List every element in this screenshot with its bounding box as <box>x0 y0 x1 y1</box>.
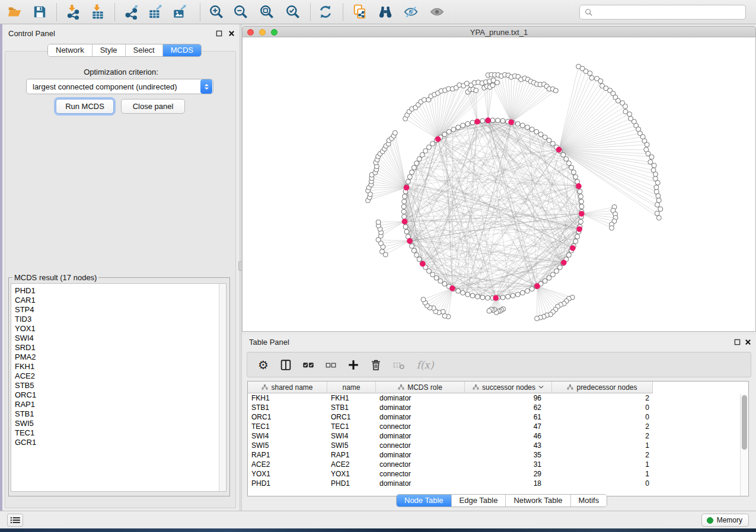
table-settings-button[interactable]: ⚙ <box>256 357 271 373</box>
mcds-result-item[interactable]: SWI4 <box>11 334 226 343</box>
export-table-icon <box>148 4 163 20</box>
close-table-panel-icon[interactable] <box>744 338 752 346</box>
mcds-result-item[interactable]: FKH1 <box>11 362 226 371</box>
delete-table-button[interactable] <box>391 357 406 373</box>
table-tab-network-table[interactable]: Network Table <box>505 495 570 507</box>
maximize-window-icon[interactable] <box>271 29 277 36</box>
mcds-result-item[interactable]: SRD1 <box>11 343 226 352</box>
mcds-result-item[interactable]: PHD1 <box>11 286 226 296</box>
table-cell: SWI5 <box>327 441 376 450</box>
mcds-result-item[interactable]: ORC1 <box>11 390 226 400</box>
table-body: FKH1FKH1dominator962STB1STB1dominator620… <box>248 393 748 488</box>
table-tab-motifs[interactable]: Motifs <box>570 495 607 507</box>
show-all-button[interactable] <box>427 2 447 22</box>
mcds-result-item[interactable]: ACE2 <box>11 371 226 381</box>
network-window-titlebar[interactable]: YPA_prune.txt_1 <box>242 26 756 37</box>
table-row[interactable]: YOX1YOX1connector291 <box>248 469 748 479</box>
tab-select[interactable]: Select <box>125 44 162 56</box>
table-row[interactable]: FKH1FKH1dominator962 <box>248 393 748 403</box>
mcds-list-scrollbar[interactable] <box>219 284 226 491</box>
tab-network[interactable]: Network <box>48 44 92 56</box>
export-network-button[interactable] <box>122 2 142 22</box>
table-cell: 46 <box>465 431 552 441</box>
mcds-result-item[interactable]: TEC1 <box>11 428 226 438</box>
import-table-button[interactable] <box>88 2 108 22</box>
zoom-selected-button[interactable] <box>283 2 303 22</box>
table-row[interactable]: PHD1PHD1dominator180 <box>248 479 748 488</box>
fx-icon: f(x) <box>416 359 433 371</box>
table-scrollbar[interactable] <box>740 394 748 496</box>
column-header-shared-name[interactable]: shared name <box>248 382 327 393</box>
export-table-button[interactable] <box>145 2 165 22</box>
table-row[interactable]: RAP1RAP1dominator352 <box>248 450 748 460</box>
mcds-result-item[interactable]: SWI5 <box>11 419 226 428</box>
column-header-name[interactable]: name <box>327 382 376 393</box>
import-network-icon <box>65 4 81 20</box>
application-window: Control Panel NetworkStyleSelectMCDS Opt… <box>0 0 756 532</box>
refresh-button[interactable] <box>315 2 336 22</box>
mcds-result-item[interactable]: YOX1 <box>11 324 226 334</box>
zoom-fit-button[interactable] <box>257 2 277 22</box>
close-panel-icon[interactable] <box>227 29 235 37</box>
export-image-button[interactable] <box>170 2 190 22</box>
mcds-result-item[interactable]: RAP1 <box>11 400 226 409</box>
zoom-out-button[interactable] <box>231 2 251 22</box>
task-history-button[interactable] <box>7 514 23 527</box>
show-columns-button[interactable] <box>278 357 294 373</box>
mcds-result-item[interactable]: CAR1 <box>11 296 226 305</box>
mcds-result-item[interactable]: STP4 <box>11 305 226 315</box>
close-window-icon[interactable] <box>247 29 254 36</box>
export-image-icon <box>172 4 187 20</box>
memory-button[interactable]: Memory <box>701 514 749 527</box>
table-cell: RAP1 <box>248 450 327 460</box>
table-tab-node-table[interactable]: Node Table <box>397 495 451 507</box>
search-binoculars-button[interactable] <box>375 2 395 22</box>
network-graph[interactable] <box>243 37 756 332</box>
close-panel-button[interactable]: Close panel <box>121 99 185 114</box>
table-row[interactable]: TEC1TEC1connector472 <box>248 422 748 431</box>
mcds-result-item[interactable]: TID3 <box>11 315 226 324</box>
tab-mcds[interactable]: MCDS <box>162 44 201 56</box>
add-row-button[interactable] <box>346 357 361 373</box>
optimization-criterion-dropdown[interactable]: largest connected component (undirected) <box>26 79 213 94</box>
sort-chevron-icon <box>538 385 544 389</box>
table-tab-edge-table[interactable]: Edge Table <box>451 495 506 507</box>
column-header-successor-nodes[interactable]: successor nodes <box>465 382 552 393</box>
open-file-button[interactable] <box>5 2 25 22</box>
hide-unhide-button[interactable] <box>401 2 421 22</box>
control-panel-title: Control Panel <box>8 29 55 38</box>
float-panel-icon[interactable] <box>215 29 223 37</box>
network-view-window: YPA_prune.txt_1 <box>242 26 756 332</box>
mcds-result-list[interactable]: PHD1CAR1STP4TID3YOX1SWI4SRD1PMA2FKH1ACE2… <box>11 283 227 492</box>
save-session-button[interactable] <box>30 2 50 22</box>
table-row[interactable]: STB1STB1dominator620 <box>248 403 748 412</box>
unselect-all-button[interactable] <box>323 357 339 373</box>
mcds-result-item[interactable]: GCR1 <box>11 438 226 447</box>
minimize-window-icon[interactable] <box>259 29 266 36</box>
table-row[interactable]: SWI4SWI4dominator462 <box>248 431 748 441</box>
table-row[interactable]: ORC1ORC1dominator610 <box>248 412 748 422</box>
table-scrollbar-thumb[interactable] <box>742 395 747 450</box>
tab-style[interactable]: Style <box>92 44 125 56</box>
network-file-button[interactable] <box>350 2 370 22</box>
column-header-predecessor-nodes[interactable]: predecessor nodes <box>552 382 653 393</box>
table-cell: STB1 <box>327 403 376 412</box>
table-row[interactable]: SWI5SWI5connector431 <box>248 441 748 450</box>
select-all-button[interactable] <box>301 357 316 373</box>
mcds-result-item[interactable]: PMA2 <box>11 352 226 362</box>
table-cell: TEC1 <box>248 422 327 431</box>
mcds-result-item[interactable]: STB5 <box>11 381 226 390</box>
table-row[interactable]: ACE2ACE2connector311 <box>248 460 748 469</box>
float-table-panel-icon[interactable] <box>733 338 741 346</box>
column-network-icon <box>473 384 479 390</box>
mcds-result-item[interactable]: STB1 <box>11 409 226 419</box>
column-header-mcds-role[interactable]: MCDS role <box>376 382 465 393</box>
delete-row-button[interactable] <box>368 357 384 373</box>
run-mcds-button[interactable]: Run MCDS <box>56 99 114 114</box>
function-builder-button[interactable]: f(x) <box>413 357 437 373</box>
import-network-button[interactable] <box>63 2 83 22</box>
network-canvas[interactable] <box>242 37 756 332</box>
search-field[interactable] <box>579 5 746 20</box>
zoom-in-button[interactable] <box>206 2 227 22</box>
search-input[interactable] <box>593 7 745 18</box>
